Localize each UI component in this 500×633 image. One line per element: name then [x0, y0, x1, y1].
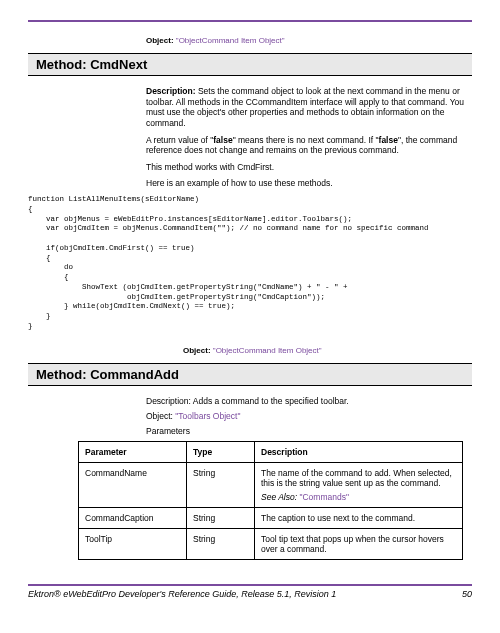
commandadd-description: Description: Adds a command to the speci…	[28, 396, 472, 436]
table-row: CommandCaption String The caption to use…	[79, 507, 463, 528]
object-label: Object:	[146, 411, 173, 421]
param-type: String	[187, 528, 255, 559]
description-text: Adds a command to the specified toolbar.	[191, 396, 349, 406]
param-desc: The name of the command to add. When sel…	[255, 462, 463, 507]
parameters-heading: Parameters	[146, 426, 472, 436]
method-heading-commandadd: Method: CommandAdd	[28, 363, 472, 386]
header-type: Type	[187, 441, 255, 462]
top-rule	[28, 20, 472, 22]
object-link[interactable]: "ObjectCommand Item Object"	[176, 36, 285, 45]
commands-link[interactable]: "Commands"	[299, 492, 349, 502]
object-label: Object:	[146, 36, 174, 45]
footer-title: Ektron® eWebEditPro Developer's Referenc…	[28, 589, 336, 599]
method-heading-cmdnext: Method: CmdNext	[28, 53, 472, 76]
param-type: String	[187, 507, 255, 528]
param-name: CommandCaption	[79, 507, 187, 528]
code-example: function ListAllMenuItems(sEditorName) {…	[28, 195, 472, 332]
example-intro: Here is an example of how to use these m…	[146, 178, 472, 189]
object-reference-2: Object: "ObjectCommand Item Object"	[28, 346, 472, 355]
param-desc: The caption to use next to the command.	[255, 507, 463, 528]
object-link[interactable]: "ObjectCommand Item Object"	[213, 346, 322, 355]
cmdfirst-note: This method works with CmdFirst.	[146, 162, 472, 173]
object-reference-1: Object: "ObjectCommand Item Object"	[28, 36, 472, 45]
param-name: CommandName	[79, 462, 187, 507]
see-also-label: See Also:	[261, 492, 299, 502]
table-header-row: Parameter Type Description	[79, 441, 463, 462]
toolbars-object-link[interactable]: "Toolbars Object"	[175, 411, 240, 421]
header-parameter: Parameter	[79, 441, 187, 462]
param-desc: Tool tip text that pops up when the curs…	[255, 528, 463, 559]
parameters-table: Parameter Type Description CommandName S…	[78, 441, 463, 560]
page-number: 50	[462, 589, 472, 599]
page-footer: Ektron® eWebEditPro Developer's Referenc…	[28, 584, 472, 599]
description-label: Description:	[146, 396, 191, 406]
header-description: Description	[255, 441, 463, 462]
param-type: String	[187, 462, 255, 507]
object-label: Object:	[183, 346, 211, 355]
description-label: Description:	[146, 86, 196, 96]
table-row: ToolTip String Tool tip text that pops u…	[79, 528, 463, 559]
table-row: CommandName String The name of the comma…	[79, 462, 463, 507]
param-name: ToolTip	[79, 528, 187, 559]
cmdnext-description: Description: Sets the command object to …	[28, 86, 472, 189]
